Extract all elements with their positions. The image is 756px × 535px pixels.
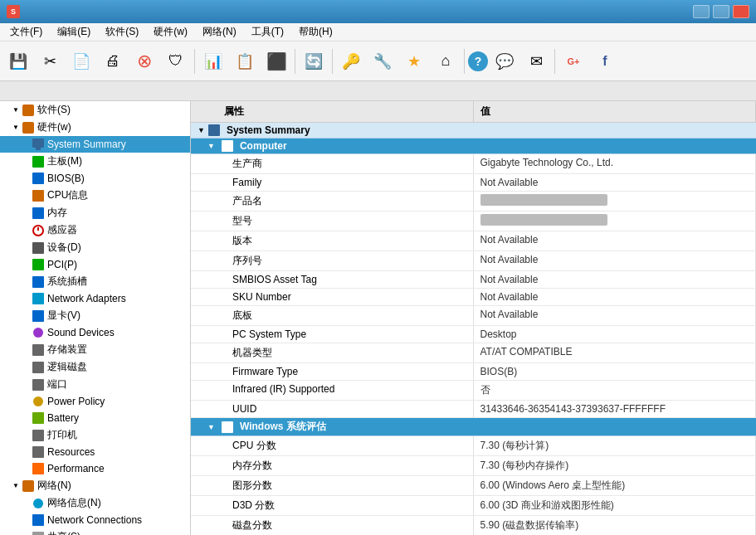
table-row[interactable]: 型号██████████████████	[191, 212, 756, 231]
chat-button[interactable]: 💬	[490, 46, 519, 77]
star-button[interactable]: ★	[399, 46, 429, 77]
tools-button[interactable]: 🔧	[368, 46, 398, 77]
sidebar-item-system-summary[interactable]: System Summary	[0, 136, 190, 153]
chart-button[interactable]: 📊	[198, 46, 228, 77]
value-cell: Not Available	[474, 174, 757, 191]
sidebar-item-performance[interactable]: Performance	[0, 460, 190, 477]
subsection-label: Windows 系统评估	[240, 420, 326, 434]
sidebar-item-network-adapters[interactable]: Network Adapters	[0, 290, 190, 307]
sidebar-item-optical[interactable]: 逻辑磁盘	[0, 358, 190, 376]
sidebar-item-ports[interactable]: 端口	[0, 376, 190, 393]
list-button[interactable]: 📋	[230, 46, 260, 77]
svg-rect-29	[222, 140, 233, 152]
value-cell: ██████████████████	[474, 192, 757, 211]
table-row[interactable]: CPU 分数7.30 (每秒计算)	[191, 436, 756, 456]
table-row[interactable]: FamilyNot Available	[191, 174, 756, 192]
key-button[interactable]: 🔑	[336, 46, 366, 77]
sidebar[interactable]: ▼软件(S)▼硬件(w)System Summary主板(M)BIOS(B)CP…	[0, 101, 191, 535]
menu-item-硬件(w)[interactable]: 硬件(w)	[147, 23, 194, 41]
sidebar-item-label-memory: 内存	[47, 206, 67, 220]
sidebar-item-sound-devices[interactable]: Sound Devices	[0, 324, 190, 341]
svg-rect-1	[22, 122, 34, 134]
timer-button[interactable]: ⬛	[261, 46, 291, 77]
shield-button[interactable]: 🛡	[161, 46, 191, 77]
sidebar-item-network-info[interactable]: 网络信息(N)	[0, 494, 190, 512]
menu-item-编辑(E)[interactable]: 编辑(E)	[51, 23, 97, 41]
table-row[interactable]: SKU NumberNot Available	[191, 289, 756, 306]
sidebar-item-bios[interactable]: BIOS(B)	[0, 170, 190, 187]
table-row[interactable]: PC System TypeDesktop	[191, 326, 756, 343]
main-area: ▼软件(S)▼硬件(w)System Summary主板(M)BIOS(B)CP…	[0, 101, 756, 535]
table-row[interactable]: SMBIOS Asset TagNot Available	[191, 271, 756, 289]
table-row[interactable]: 产品名██████████████████	[191, 192, 756, 212]
menu-bar: 文件(F)编辑(E)软件(S)硬件(w)网络(N)工具(T)帮助(H)	[0, 23, 756, 41]
stop-button[interactable]: ⊗	[129, 46, 159, 77]
property-cell: Infrared (IR) Supported	[191, 381, 474, 400]
properties-table[interactable]: 属性 值 ▼ System Summary ▼ Computer 生产商Giga…	[191, 101, 756, 535]
table-row[interactable]: Infrared (IR) Supported否	[191, 381, 756, 401]
table-row[interactable]: Firmware TypeBIOS(B)	[191, 363, 756, 381]
sidebar-item-power[interactable]: Power Policy	[0, 393, 190, 410]
facebook-button[interactable]: f	[590, 46, 620, 77]
subsection-header-computer-section[interactable]: ▼ Computer	[191, 139, 756, 154]
sidebar-item-system-slots[interactable]: 系统插槽	[0, 273, 190, 290]
sidebar-item-hardware[interactable]: ▼硬件(w)	[0, 119, 190, 136]
menu-item-工具(T)[interactable]: 工具(T)	[245, 23, 290, 41]
tree-icon-network-adapters	[32, 292, 45, 305]
tree-toggle-software[interactable]: ▼	[10, 105, 22, 116]
sidebar-item-display[interactable]: 显卡(V)	[0, 307, 190, 324]
table-row[interactable]: D3D 分数6.00 (3D 商业和游戏图形性能)	[191, 496, 756, 516]
cut-button[interactable]: ✂	[35, 46, 65, 77]
sidebar-item-software[interactable]: ▼软件(S)	[0, 101, 190, 119]
table-row[interactable]: UUID31433646-36354143-37393637-FFFFFFF	[191, 401, 756, 418]
sidebar-item-network-connections[interactable]: Network Connections	[0, 512, 190, 528]
close-button[interactable]	[733, 5, 749, 18]
sidebar-item-device[interactable]: 设备(D)	[0, 239, 190, 256]
menu-item-文件(F)[interactable]: 文件(F)	[3, 23, 49, 41]
menu-item-帮助(H)[interactable]: 帮助(H)	[292, 23, 339, 41]
value-cell: 7.30 (每秒计算)	[474, 436, 757, 455]
maximize-button[interactable]	[713, 5, 729, 18]
tree-toggle-network[interactable]: ▼	[10, 480, 22, 492]
sidebar-item-pci[interactable]: PCI(P)	[0, 256, 190, 273]
sidebar-item-motherboard[interactable]: 主板(M)	[0, 153, 190, 170]
email-button[interactable]: ✉	[521, 46, 551, 77]
tree-icon-display	[32, 309, 45, 323]
table-row[interactable]: 磁盘分数5.90 (磁盘数据传输率)	[191, 516, 756, 535]
table-row[interactable]: 图形分数6.00 (Windows Aero 桌上型性能)	[191, 476, 756, 496]
menu-item-软件(S)[interactable]: 软件(S)	[99, 23, 145, 41]
sidebar-item-share[interactable]: 共享(S)	[0, 528, 190, 535]
google-plus-button[interactable]: G+	[558, 46, 588, 77]
table-row[interactable]: 机器类型AT/AT COMPATIBLE	[191, 343, 756, 363]
title-bar-left: S	[7, 5, 25, 18]
sidebar-item-sensor[interactable]: 感应器	[0, 221, 190, 239]
sidebar-item-network[interactable]: ▼网络(N)	[0, 477, 190, 494]
menu-item-网络(N)[interactable]: 网络(N)	[196, 23, 243, 41]
sidebar-item-resources[interactable]: Resources	[0, 444, 190, 460]
section-header-system-summary-section[interactable]: ▼ System Summary	[191, 123, 756, 139]
table-row[interactable]: 序列号Not Available	[191, 251, 756, 271]
sidebar-item-label-sensor: 感应器	[47, 223, 77, 237]
subsection-header-windows-rating-section[interactable]: ▼ Windows 系统评估	[191, 418, 756, 436]
refresh-button[interactable]: 🔄	[299, 46, 329, 77]
tree-toggle-hardware[interactable]: ▼	[10, 122, 22, 134]
sidebar-item-memory[interactable]: 内存	[0, 204, 190, 221]
sidebar-item-storage[interactable]: 存储装置	[0, 341, 190, 358]
save-button[interactable]: 💾	[3, 46, 33, 77]
tree-icon-ports	[32, 378, 45, 392]
sidebar-item-battery[interactable]: Battery	[0, 410, 190, 426]
tree-icon-sensor	[32, 224, 45, 237]
table-row[interactable]: 生产商Gigabyte Technology Co., Ltd.	[191, 154, 756, 174]
minimize-button[interactable]	[693, 5, 710, 18]
table-row[interactable]: 版本Not Available	[191, 231, 756, 251]
property-cell: 内存分数	[191, 456, 474, 475]
copy-button[interactable]: 📄	[66, 46, 96, 77]
property-cell: CPU 分数	[191, 436, 474, 455]
sidebar-item-printer[interactable]: 打印机	[0, 426, 190, 444]
print-button[interactable]: 🖨	[98, 46, 128, 77]
table-row[interactable]: 底板Not Available	[191, 306, 756, 326]
home-button[interactable]: ⌂	[431, 46, 461, 77]
help-button[interactable]: ?	[468, 51, 488, 71]
sidebar-item-cpu[interactable]: CPU信息	[0, 187, 190, 204]
table-row[interactable]: 内存分数7.30 (每秒内存操作)	[191, 456, 756, 476]
